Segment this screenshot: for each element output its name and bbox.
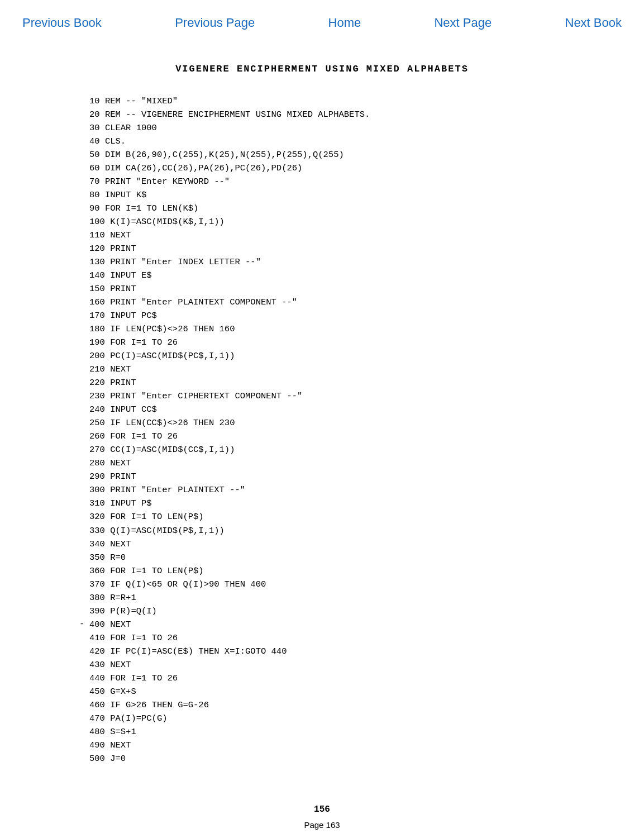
- navigation-bar: Previous Book Previous Page Home Next Pa…: [0, 0, 644, 41]
- next-book-link[interactable]: Next Book: [565, 16, 622, 30]
- main-content: VIGENERE ENCIPHERMENT USING MIXED ALPHAB…: [0, 41, 644, 788]
- prev-page-link[interactable]: Previous Page: [175, 16, 255, 30]
- page-footer: Page 163: [0, 820, 644, 838]
- page-number: 156: [0, 804, 644, 815]
- prev-book-link[interactable]: Previous Book: [22, 16, 102, 30]
- dash-marker: -: [79, 619, 84, 629]
- page-title: VIGENERE ENCIPHERMENT USING MIXED ALPHAB…: [45, 64, 599, 74]
- home-link[interactable]: Home: [328, 16, 361, 30]
- code-listing: 10 REM -- "MIXED" 20 REM -- VIGENERE ENC…: [89, 94, 599, 765]
- next-page-link[interactable]: Next Page: [434, 16, 492, 30]
